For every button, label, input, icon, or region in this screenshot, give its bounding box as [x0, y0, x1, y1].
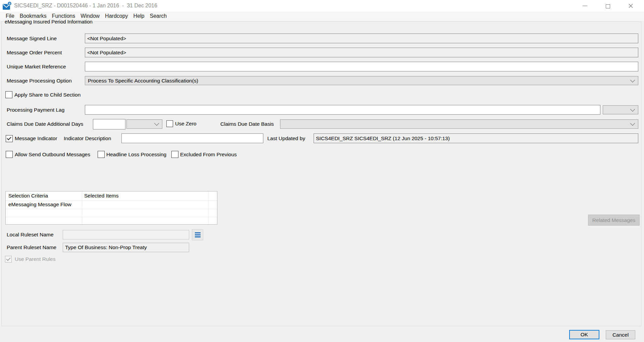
parent-ruleset-name-label: Parent Ruleset Name: [7, 243, 56, 252]
svg-text:0: 0: [9, 2, 10, 5]
allow-send-outbound-messages-checkbox[interactable]: [6, 151, 13, 158]
message-order-percent-label: Message Order Percent: [7, 48, 62, 57]
message-signed-line-field: <Not Populated>: [85, 34, 638, 43]
last-updated-by-field: SICS4EDI_SRZ SICS4EDI_SRZ (12 Jun 2025 -…: [314, 133, 638, 143]
local-ruleset-name-label: Local Ruleset Name: [7, 230, 54, 239]
claims-due-date-additional-days-label: Claims Due Date Additional Days: [7, 119, 83, 129]
ok-button[interactable]: OK: [569, 330, 599, 339]
table-row-criteria-cell[interactable]: eMessaging Message Flow: [8, 202, 71, 208]
table-header-selection-criteria: Selection Criteria: [8, 193, 48, 199]
table-row-divider: [6, 209, 217, 209]
restore-button[interactable]: [598, 0, 617, 11]
selection-criteria-table: Selection Criteria Selected Items eMessa…: [5, 191, 217, 225]
message-processing-option-select[interactable]: Process To Specific Accounting Classific…: [85, 76, 638, 85]
claims-due-date-additional-days-input[interactable]: [93, 119, 125, 129]
app-envelope-icon: 0: [3, 1, 12, 10]
minimize-icon: [583, 6, 587, 6]
local-ruleset-name-field: [63, 230, 189, 239]
message-indicator-label[interactable]: Message Indicator: [15, 133, 57, 143]
restore-icon: [606, 4, 610, 8]
excluded-from-previous-checkbox[interactable]: [171, 151, 178, 158]
processing-payment-lag-unit-select[interactable]: [603, 105, 638, 114]
headline-loss-processing-label[interactable]: Headline Loss Processing: [106, 151, 166, 158]
indicator-description-input[interactable]: [121, 133, 263, 143]
processing-payment-lag-label: Processing Payment Lag: [7, 105, 64, 115]
group-box-legend: eMessaging Insured Period Information: [3, 19, 94, 24]
excluded-from-previous-label[interactable]: Excluded From Previous: [180, 151, 237, 158]
cancel-button[interactable]: Cancel: [606, 330, 635, 339]
unique-market-reference-label: Unique Market Reference: [7, 62, 66, 71]
apply-share-to-child-section-checkbox[interactable]: [5, 91, 12, 98]
unique-market-reference-input[interactable]: [85, 62, 638, 71]
ruleset-menu-button[interactable]: [192, 229, 203, 240]
minimize-button[interactable]: [576, 0, 594, 11]
table-header-divider: [6, 201, 217, 201]
use-parent-rules-label: Use Parent Rules: [15, 256, 55, 263]
message-signed-line-label: Message Signed Line: [7, 34, 57, 43]
apply-share-to-child-section-label[interactable]: Apply Share to Child Section: [14, 91, 80, 98]
chevron-down-icon: [630, 121, 635, 126]
message-processing-option-label: Message Processing Option: [7, 76, 72, 85]
related-messages-button: Related Messages: [588, 215, 640, 226]
message-processing-option-value: Process To Specific Accounting Classific…: [88, 78, 198, 84]
claims-due-date-basis-select[interactable]: [280, 119, 638, 129]
hamburger-icon: [195, 232, 201, 233]
chevron-down-icon: [630, 107, 635, 111]
parent-ruleset-name-field: Type Of Business: Non-Prop Treaty: [63, 243, 189, 252]
window-title: SICS4EDI_SRZ - D001520446 - 1 Jan 2016 -…: [14, 0, 157, 11]
title-bar: 0 SICS4EDI_SRZ - D001520446 - 1 Jan 2016…: [0, 0, 644, 11]
chevron-down-icon: [154, 121, 159, 126]
table-column-divider: [208, 191, 209, 224]
table-column-divider: [82, 191, 82, 224]
processing-payment-lag-input[interactable]: [85, 105, 600, 115]
table-header-selected-items: Selected Items: [84, 193, 119, 199]
use-parent-rules-checkbox: [5, 256, 12, 263]
allow-send-outbound-messages-label[interactable]: Allow Send Outbound Messages: [15, 151, 90, 158]
claims-due-date-additional-days-unit-select[interactable]: [126, 119, 162, 129]
close-button[interactable]: [621, 0, 640, 11]
message-order-percent-field: <Not Populated>: [85, 48, 638, 57]
chevron-down-icon: [630, 77, 635, 82]
headline-loss-processing-checkbox[interactable]: [98, 151, 105, 158]
indicator-description-label: Indicator Description: [64, 133, 111, 143]
use-zero-label[interactable]: Use Zero: [175, 120, 197, 127]
close-icon: [629, 4, 633, 8]
message-indicator-checkbox[interactable]: [6, 135, 13, 142]
claims-due-date-basis-label: Claims Due Date Basis: [220, 119, 274, 129]
use-zero-checkbox[interactable]: [166, 120, 173, 127]
table-row-divider: [6, 217, 217, 217]
app-window: 0 SICS4EDI_SRZ - D001520446 - 1 Jan 2016…: [0, 0, 644, 342]
last-updated-by-label: Last Updated by: [267, 133, 305, 143]
